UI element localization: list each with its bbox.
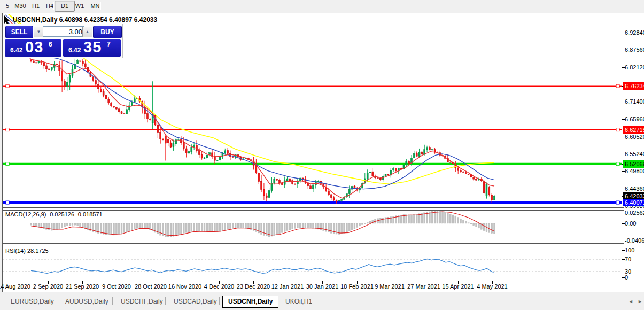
- hline-handle[interactable]: [6, 201, 9, 204]
- tab-usdcnh-daily[interactable]: USDCNH,Daily: [222, 296, 278, 308]
- price-axis-label: 6.87560: [625, 46, 644, 53]
- price-tag-662715: 6.62715: [623, 126, 644, 134]
- price-axis-label: 6.92840: [625, 29, 644, 36]
- tab-scroll-right-icon[interactable]: ►: [638, 299, 642, 304]
- tab-separator: [165, 297, 166, 305]
- buy-button[interactable]: BUY: [93, 26, 122, 38]
- date-axis-label: 21 Sep 2020: [66, 283, 99, 290]
- tab-usdchf-daily[interactable]: USDCHF,Daily: [115, 296, 168, 307]
- chart-tab-bar: EURUSD,DailyAUDUSD,DailyUSDCHF,DailyUSDC…: [0, 292, 644, 310]
- tab-separator: [219, 297, 220, 305]
- price-tag-640071: 6.40071: [623, 199, 644, 206]
- rsi-pane[interactable]: [3, 259, 622, 273]
- date-axis-label: 9 Mar 2021: [375, 283, 405, 290]
- sell-button[interactable]: SELL: [5, 26, 33, 38]
- macd-axis-label: 0.00: [625, 220, 636, 227]
- price-axis-label: 6.55240: [625, 151, 644, 157]
- price-axis-label: 6.71400: [625, 98, 644, 105]
- rsi-line: [31, 259, 494, 273]
- price-axis-label: 6.82120: [625, 64, 644, 71]
- date-axis-label: 16 Nov 2020: [168, 283, 201, 290]
- date-axis-label: 2 Sep 2020: [33, 283, 63, 290]
- hline-handle[interactable]: [6, 162, 9, 166]
- hline-handle[interactable]: [616, 162, 619, 166]
- hline-handle[interactable]: [616, 128, 619, 131]
- chart-title: USDCNH,Daily 6.40898 6.42354 6.40897 6.4…: [13, 16, 157, 24]
- volume-input[interactable]: [43, 26, 84, 37]
- price-tag-652069: 6.52069: [623, 160, 644, 168]
- ask-price-display[interactable]: 6.42 35 7: [63, 39, 121, 57]
- price-axis-label: 6.65960: [625, 116, 644, 122]
- volume-increase-button[interactable]: ▲: [82, 27, 92, 37]
- hline-handle[interactable]: [616, 201, 619, 204]
- bid-big-digits: 03: [25, 38, 43, 56]
- price-axis-label: 6.49800: [625, 168, 644, 174]
- bid-pip-digit: 6: [49, 41, 52, 48]
- date-axis-label: 15 Apr 2021: [442, 283, 474, 290]
- ask-pip-digit: 7: [107, 41, 111, 48]
- tab-scroll-left-icon[interactable]: ◄: [629, 299, 633, 304]
- hline-handle[interactable]: [6, 84, 9, 88]
- date-axis-label: 23 Dec 2020: [237, 283, 270, 290]
- tab-separator: [57, 297, 57, 305]
- date-axis-label: 30 Jan 2021: [306, 283, 339, 290]
- tab-eurusd-daily[interactable]: EURUSD,Daily: [5, 296, 59, 307]
- macd-axis-label: 0.025623: [625, 210, 644, 216]
- date-axis-label: 4 May 2021: [477, 283, 507, 290]
- date-axis-label: 18 Feb 2021: [340, 283, 374, 290]
- tab-ukoil-h1[interactable]: UKOil,H1: [280, 296, 317, 307]
- hline-handle[interactable]: [6, 128, 9, 131]
- date-axis-label: 28 Oct 2020: [135, 283, 167, 290]
- one-click-trade-panel: SELL ▼ ▲ BUY 6.42 03 6 6.42 35 7: [4, 24, 123, 58]
- date-axis-label: 27 Mar 2021: [407, 283, 440, 290]
- candles-group[interactable]: [30, 59, 495, 204]
- bid-price-display[interactable]: 6.42 03 6: [5, 39, 61, 57]
- macd-axis-label: -0.04068: [625, 237, 644, 244]
- macd-indicator-label: MACD(12,26,9) -0.025126 -0.018571: [5, 211, 103, 218]
- hline-handle[interactable]: [616, 84, 619, 88]
- date-axis-label: 14 Aug 2020: [0, 283, 30, 290]
- ask-big-digits: 35: [83, 38, 102, 56]
- rsi-axis-label: 100: [625, 247, 634, 253]
- horizontal-lines-group[interactable]: [3, 84, 622, 204]
- tab-separator: [321, 297, 321, 305]
- rsi-axis-label: 70: [625, 256, 631, 262]
- tab-audusd-daily[interactable]: AUDUSD,Daily: [60, 296, 114, 307]
- rsi-axis-label: 0: [625, 274, 628, 281]
- bid-prefix: 6.42: [10, 46, 22, 54]
- price-axis-label: 6.44360: [625, 185, 644, 192]
- mt4-window: 5M30H1H4D1W1MN USDCNH,Daily 6.40898 6.42…: [0, 0, 644, 310]
- rsi-indicator-label: RSI(14) 28.1725: [5, 247, 49, 254]
- date-axis-label: 9 Oct 2020: [102, 283, 131, 290]
- price-tag-676234: 6.76234: [623, 82, 644, 90]
- date-axis-label: 12 Jan 2021: [271, 283, 304, 290]
- ask-prefix: 6.42: [68, 46, 81, 54]
- price-axis-label: 6.60520: [625, 134, 644, 140]
- tab-separator: [112, 297, 113, 305]
- tab-usdcad-daily[interactable]: USDCAD,Daily: [168, 296, 222, 307]
- date-axis-label: 4 Dec 2020: [204, 283, 234, 290]
